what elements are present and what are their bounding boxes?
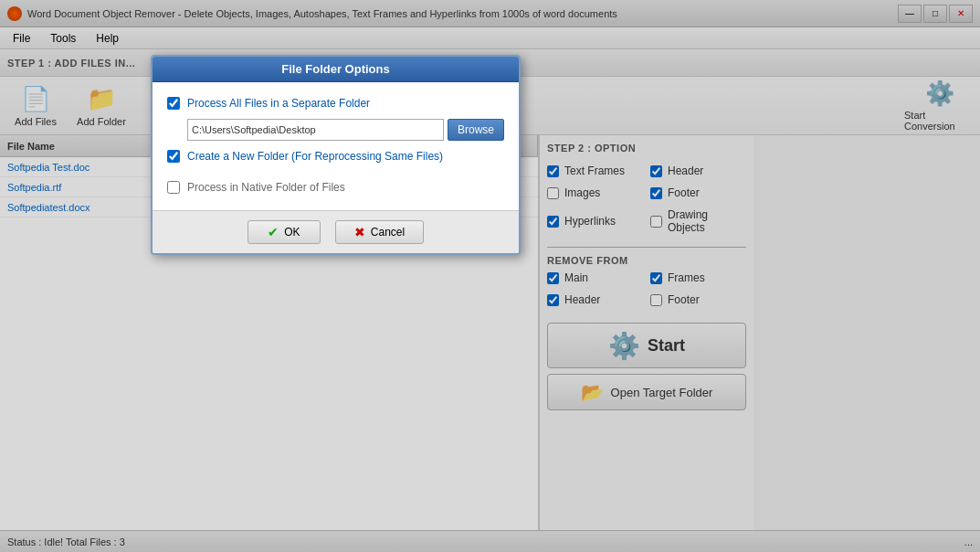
process-native-label: Process in Native Folder of Files bbox=[187, 181, 345, 194]
browse-button[interactable]: Browse bbox=[448, 119, 504, 141]
process-native-checkbox[interactable] bbox=[167, 181, 180, 194]
cancel-button[interactable]: ✖ Cancel bbox=[335, 220, 424, 244]
create-new-folder-checkbox[interactable] bbox=[167, 150, 180, 163]
file-folder-options-dialog: File Folder Options Process All Files in… bbox=[151, 55, 521, 255]
process-separate-label: Process All Files in a Separate Folder bbox=[187, 97, 370, 110]
dialog-title: File Folder Options bbox=[153, 57, 519, 82]
dialog-option-process-native: Process in Native Folder of Files bbox=[167, 181, 504, 194]
cancel-icon: ✖ bbox=[354, 225, 365, 239]
ok-label: OK bbox=[284, 226, 300, 239]
dialog-option-process-separate: Process All Files in a Separate Folder bbox=[167, 97, 504, 110]
dialog-body: Process All Files in a Separate Folder B… bbox=[153, 82, 519, 210]
ok-button[interactable]: ✔ OK bbox=[248, 220, 321, 244]
cancel-label: Cancel bbox=[371, 226, 405, 239]
process-separate-checkbox[interactable] bbox=[167, 97, 180, 110]
dialog-footer: ✔ OK ✖ Cancel bbox=[153, 210, 519, 253]
path-input[interactable] bbox=[187, 119, 444, 141]
modal-overlay: File Folder Options Process All Files in… bbox=[0, 0, 980, 552]
path-row: Browse bbox=[187, 119, 504, 141]
dialog-option-create-new-folder: Create a New Folder (For Reprocessing Sa… bbox=[167, 150, 504, 163]
ok-icon: ✔ bbox=[268, 225, 279, 239]
create-new-folder-label: Create a New Folder (For Reprocessing Sa… bbox=[187, 150, 443, 163]
